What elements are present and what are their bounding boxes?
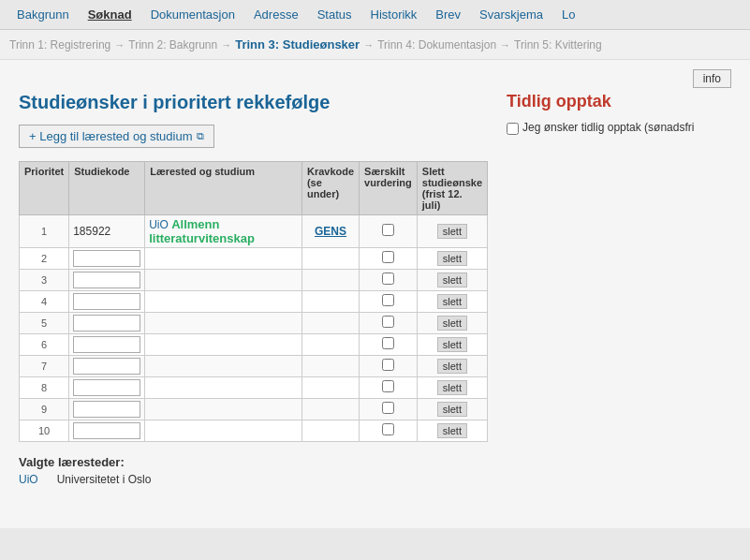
table-row-slett-9[interactable]: slett: [417, 420, 487, 442]
table-row-saerskilt-2[interactable]: [360, 270, 418, 291]
nav-bakgrunn[interactable]: Bakgrunn: [7, 0, 79, 30]
arrow2: →: [221, 39, 231, 51]
studiekode-input-3[interactable]: [73, 293, 140, 310]
table-row-slett-4[interactable]: slett: [417, 313, 487, 334]
table-row-priority-6: 7: [20, 356, 69, 377]
studiekode-input-5[interactable]: [73, 336, 140, 353]
table-row-saerskilt-7[interactable]: [360, 377, 418, 399]
studiekode-value-0: 185922: [73, 225, 110, 238]
th-slett: Slettstudieønske(frist 12. juli): [417, 162, 487, 215]
slett-button-2[interactable]: slett: [437, 273, 467, 287]
nav-soknad[interactable]: Søknad: [79, 0, 141, 30]
breadcrumb-step5: Trinn 5: Kvittering: [514, 38, 602, 52]
slett-button-0[interactable]: slett: [437, 224, 467, 239]
table-row-laerested-5: [145, 334, 302, 356]
breadcrumb-step4: Trinn 4: Dokumentasjon: [377, 38, 496, 52]
table-row-saerskilt-8[interactable]: [360, 399, 418, 420]
table-row-slett-0[interactable]: slett: [417, 215, 487, 248]
nav-adresse[interactable]: Adresse: [244, 0, 308, 30]
add-laerested-button[interactable]: + Legg til lærested og studium ⧉: [19, 125, 214, 148]
table-row-slett-6[interactable]: slett: [417, 356, 487, 377]
tidlig-checkbox-row: Jeg ønsker tidlig opptak (sønadsfri: [507, 121, 731, 135]
arrow4: →: [500, 39, 510, 51]
table-row-slett-5[interactable]: slett: [417, 334, 487, 356]
table-row-saerskilt-9[interactable]: [360, 420, 418, 442]
nav-brev[interactable]: Brev: [426, 0, 470, 30]
table-row-laerested-2: [145, 270, 302, 291]
slett-button-1[interactable]: slett: [437, 251, 467, 266]
table-row-slett-8[interactable]: slett: [417, 399, 487, 420]
studiekode-input-7[interactable]: [73, 379, 140, 396]
studiekode-input-9[interactable]: [73, 422, 140, 439]
table-row-priority-1: 2: [20, 248, 69, 270]
valgte-code: UiO: [19, 473, 38, 486]
saerskilt-checkbox-4[interactable]: [382, 316, 394, 328]
table-row-studiekode-4[interactable]: [69, 313, 145, 334]
slett-button-4[interactable]: slett: [437, 316, 467, 331]
table-row-kravkode-6: [301, 356, 359, 377]
saerskilt-checkbox-5[interactable]: [382, 337, 394, 349]
studiekode-input-6[interactable]: [73, 358, 140, 375]
slett-button-8[interactable]: slett: [437, 402, 467, 417]
breadcrumb-step1: Trinn 1: Registrering: [9, 38, 110, 52]
tidlig-opptak-title: Tidlig opptak: [507, 92, 731, 111]
studiekode-input-8[interactable]: [73, 401, 140, 418]
table-row-kravkode-0[interactable]: GENS: [301, 215, 359, 248]
slett-button-7[interactable]: slett: [437, 380, 467, 395]
table-row-studiekode-8[interactable]: [69, 399, 145, 420]
slett-button-6[interactable]: slett: [437, 359, 467, 374]
saerskilt-checkbox-2[interactable]: [382, 273, 394, 285]
table-row-saerskilt-1[interactable]: [360, 248, 418, 270]
table-row-studiekode-1[interactable]: [69, 248, 145, 270]
kravkode-link-0[interactable]: GENS: [315, 225, 346, 238]
studiekode-input-4[interactable]: [73, 315, 140, 332]
nav-status[interactable]: Status: [308, 0, 361, 30]
nav-svarskjema[interactable]: Svarskjema: [470, 0, 552, 30]
external-link-icon: ⧉: [197, 130, 204, 142]
table-row-laerested-0: UiO Allmenn litteraturvitenskap: [145, 215, 302, 248]
slett-button-9[interactable]: slett: [437, 423, 467, 438]
table-row-saerskilt-0[interactable]: [360, 215, 418, 248]
table-row-saerskilt-5[interactable]: [360, 334, 418, 356]
table-row-studiekode-7[interactable]: [69, 377, 145, 399]
breadcrumb: Trinn 1: Registrering → Trinn 2: Bakgrun…: [0, 30, 750, 60]
table-row-studiekode-6[interactable]: [69, 356, 145, 377]
nav-lo[interactable]: Lo: [552, 0, 584, 30]
th-saerskilt: Særskiltvurdering: [360, 162, 418, 215]
saerskilt-checkbox-1[interactable]: [382, 251, 394, 263]
table-row-priority-0: 1: [20, 215, 69, 248]
nav-historikk[interactable]: Historikk: [361, 0, 427, 30]
table-row-laerested-7: [145, 377, 302, 399]
saerskilt-checkbox-9[interactable]: [382, 423, 394, 435]
saerskilt-checkbox-7[interactable]: [382, 380, 394, 392]
slett-button-5[interactable]: slett: [437, 337, 467, 352]
laerested-code-0: UiO: [149, 218, 171, 231]
right-column: Tidlig opptak Jeg ønsker tidlig opptak (…: [507, 92, 731, 486]
table-row-slett-3[interactable]: slett: [417, 291, 487, 313]
table-row-saerskilt-6[interactable]: [360, 356, 418, 377]
table-row-studiekode-2[interactable]: [69, 270, 145, 291]
studiekode-input-1[interactable]: [73, 250, 140, 267]
table-row-slett-2[interactable]: slett: [417, 270, 487, 291]
table-row-priority-8: 9: [20, 399, 69, 420]
info-button[interactable]: info: [693, 69, 731, 88]
saerskilt-checkbox-8[interactable]: [382, 402, 394, 414]
table-row-studiekode-5[interactable]: [69, 334, 145, 356]
table-row-slett-7[interactable]: slett: [417, 377, 487, 399]
studiekode-input-2[interactable]: [73, 272, 140, 288]
saerskilt-checkbox-3[interactable]: [382, 294, 394, 306]
saerskilt-checkbox-0[interactable]: [382, 224, 394, 236]
table-row-laerested-8: [145, 399, 302, 420]
nav-dokumentasjon[interactable]: Dokumentasjon: [141, 0, 244, 30]
table-row-saerskilt-4[interactable]: [360, 313, 418, 334]
table-row-studiekode-3[interactable]: [69, 291, 145, 313]
saerskilt-checkbox-6[interactable]: [382, 359, 394, 371]
breadcrumb-step3-current: Trinn 3: Studieønsker: [235, 37, 360, 52]
table-row-slett-1[interactable]: slett: [417, 248, 487, 270]
table-row-priority-7: 8: [20, 377, 69, 399]
th-kravkode: Kravkode(se under): [301, 162, 359, 215]
tidlig-opptak-checkbox[interactable]: [507, 123, 519, 135]
table-row-saerskilt-3[interactable]: [360, 291, 418, 313]
table-row-studiekode-9[interactable]: [69, 420, 145, 442]
slett-button-3[interactable]: slett: [437, 294, 467, 309]
